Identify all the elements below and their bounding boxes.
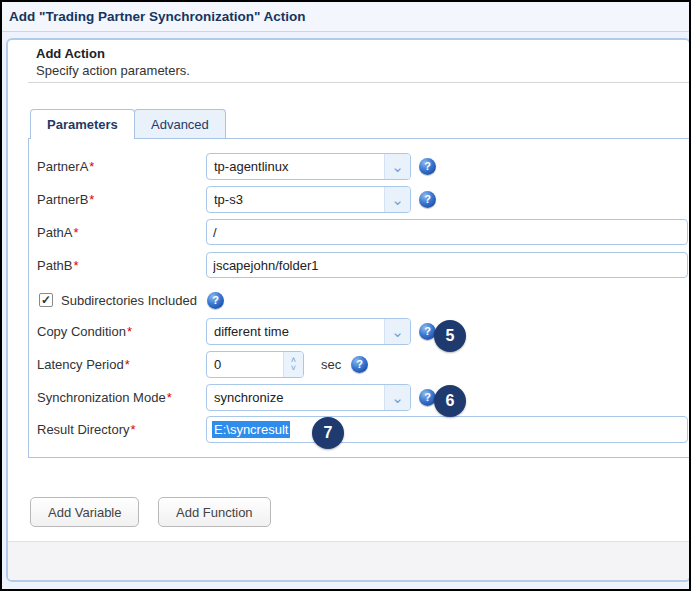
copy-condition-value: different time [207,324,289,339]
result-directory-input[interactable]: E:\syncresult [206,416,688,443]
path-a-label: PathA [37,225,72,240]
copy-condition-select[interactable]: different time ⌄ [206,318,411,345]
sync-mode-label: Synchronization Mode [37,390,166,405]
subdirectories-checkbox[interactable]: ✓ [39,293,53,307]
header-divider [28,82,689,83]
tab-advanced[interactable]: Advanced [134,109,226,138]
required-asterisk: * [89,192,94,207]
help-icon[interactable]: ? [419,191,436,208]
result-directory-selected-text: E:\syncresult [212,421,290,438]
parameters-tab-panel: PartnerA* tp-agentlinux ⌄ ? PartnerB* tp… [28,138,691,458]
partner-b-value: tp-s3 [207,192,243,207]
section-subtitle: Specify action parameters. [36,63,190,78]
latency-period-label: Latency Period [37,357,124,372]
required-asterisk: * [125,357,130,372]
required-asterisk: * [130,422,135,437]
partner-a-value: tp-agentlinux [207,159,288,174]
result-directory-row: Result Directory* E:\syncresult [29,415,690,443]
chevron-down-icon[interactable]: ⌄ [384,187,410,212]
partner-a-select[interactable]: tp-agentlinux ⌄ [206,153,411,180]
sync-mode-row: Synchronization Mode* synchronize ⌄ ? [29,383,690,411]
dialog-footer [8,541,689,580]
path-b-label: PathB [37,258,72,273]
copy-condition-label: Copy Condition [37,324,126,339]
required-asterisk: * [73,258,78,273]
dialog-titlebar: Add "Trading Partner Synchronization" Ac… [2,2,689,32]
required-asterisk: * [127,324,132,339]
latency-period-row: Latency Period* 0 ˄ ˅ sec ? [29,350,690,378]
partner-a-label: PartnerA [37,159,88,174]
sync-mode-select[interactable]: synchronize ⌄ [206,384,411,411]
partner-b-row: PartnerB* tp-s3 ⌄ ? [29,185,690,213]
path-b-row: PathB* [29,251,690,279]
latency-period-value: 0 [207,357,221,372]
partner-b-label: PartnerB [37,192,88,207]
subdirectories-row: ✓ Subdirectories Included ? [29,286,690,314]
section-title: Add Action [36,46,105,61]
copy-condition-row: Copy Condition* different time ⌄ ? [29,317,690,345]
dialog-screenshot: Add "Trading Partner Synchronization" Ac… [0,0,691,591]
add-variable-button[interactable]: Add Variable [30,497,139,527]
sync-mode-value: synchronize [207,390,283,405]
required-asterisk: * [89,159,94,174]
annotation-badge-5: 5 [434,320,466,352]
help-icon[interactable]: ? [419,158,436,175]
chevron-down-icon[interactable]: ⌄ [384,385,410,410]
path-b-input[interactable] [206,252,688,278]
spinner-arrows-icon[interactable]: ˄ ˅ [283,352,303,377]
latency-period-spinner[interactable]: 0 ˄ ˅ [206,351,304,378]
annotation-badge-7: 7 [312,417,344,449]
add-function-button[interactable]: Add Function [158,497,271,527]
path-a-row: PathA* [29,218,690,246]
dialog-panel: Add Action Specify action parameters. Pa… [6,38,691,582]
result-directory-label: Result Directory [37,422,129,437]
annotation-badge-6: 6 [434,385,466,417]
subdirectories-label: Subdirectories Included [61,293,197,308]
help-icon[interactable]: ? [207,292,224,309]
dialog-title: Add "Trading Partner Synchronization" Ac… [9,9,306,24]
latency-unit-label: sec [321,357,341,372]
chevron-down-icon[interactable]: ⌄ [384,319,410,344]
required-asterisk: * [167,390,172,405]
required-asterisk: * [73,225,78,240]
partner-a-row: PartnerA* tp-agentlinux ⌄ ? [29,152,690,180]
path-a-input[interactable] [206,219,688,245]
help-icon[interactable]: ? [351,356,368,373]
tab-parameters[interactable]: Parameters [30,109,135,139]
spin-down-icon[interactable]: ˅ [291,364,296,372]
chevron-down-icon[interactable]: ⌄ [384,154,410,179]
partner-b-select[interactable]: tp-s3 ⌄ [206,186,411,213]
